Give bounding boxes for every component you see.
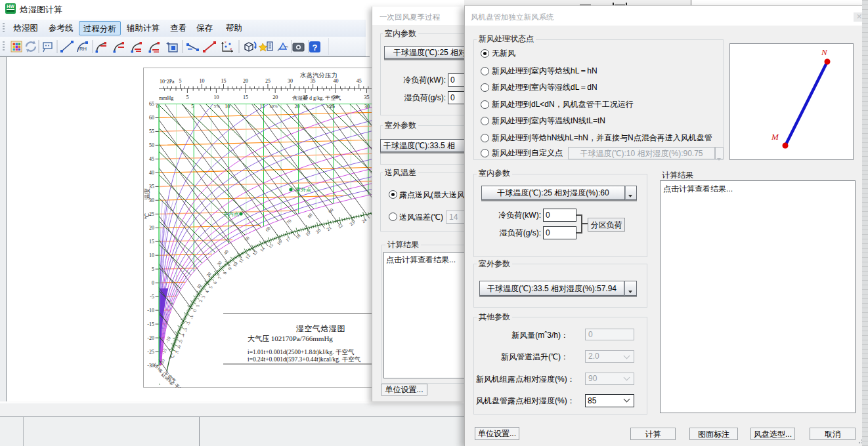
svg-text:40: 40 [149, 170, 154, 176]
svg-text:-1: -1 [189, 315, 194, 319]
svg-text:15: 15 [221, 78, 227, 84]
svg-text:10: 10 [213, 94, 219, 100]
svg-text:-2: -2 [186, 321, 191, 326]
svg-text:-3: -3 [183, 327, 188, 332]
svg-text:0: 0 [192, 309, 198, 312]
svg-text:含湿量 d g/kg. 干空气: 含湿量 d g/kg. 干空气 [292, 95, 341, 101]
svg-text:25: 25 [265, 78, 271, 84]
svg-text:15: 15 [149, 239, 154, 245]
svg-text:-20: -20 [147, 335, 154, 341]
svg-text:65: 65 [149, 101, 154, 107]
svg-text:10ˉ2Pa: 10ˉ2Pa [160, 79, 175, 85]
svg-text:?: ? [313, 43, 318, 52]
svg-text:5: 5 [179, 78, 182, 84]
svg-text:mmHg: mmHg [159, 95, 173, 101]
svg-text:-15: -15 [147, 321, 154, 327]
svg-text:-10: -10 [147, 308, 154, 314]
svg-text:20: 20 [272, 94, 278, 100]
svg-text:水蒸汽分压力: 水蒸汽分压力 [299, 71, 337, 79]
svg-text:30: 30 [288, 78, 293, 84]
svg-text:N: N [821, 47, 828, 57]
svg-text:15: 15 [243, 94, 248, 100]
svg-text:20: 20 [243, 78, 248, 84]
svg-text:℃: ℃ [144, 213, 150, 220]
svg-text:x: x [225, 40, 227, 44]
svg-text:-25: -25 [147, 349, 154, 355]
svg-text:5%: 5% [214, 104, 221, 109]
svg-text:35: 35 [364, 94, 370, 100]
svg-text:RH: RH [79, 46, 87, 52]
svg-text:湿空气焓湿图: 湿空气焓湿图 [295, 324, 345, 333]
svg-text:i=0.24t+0.001d(597.3+0.44t)kca: i=0.24t+0.001d(597.3+0.44t)kcal/kg. 干空气 [248, 355, 361, 363]
svg-text:温度: 温度 [144, 188, 150, 200]
svg-text:5: 5 [186, 94, 188, 100]
svg-text:室外点: 室外点 [295, 187, 311, 193]
svg-text:o: o [230, 47, 232, 51]
svg-text:20: 20 [149, 225, 154, 231]
svg-text:45: 45 [357, 78, 362, 84]
svg-text:0: 0 [152, 280, 154, 286]
svg-text:M: M [771, 132, 779, 142]
svg-text:5: 5 [152, 266, 154, 272]
svg-text:15%: 15% [326, 104, 335, 109]
svg-text:10: 10 [199, 78, 204, 84]
svg-text:大气压 102170Pa/766mmHg: 大气压 102170Pa/766mmHg [248, 334, 333, 342]
svg-text:55: 55 [149, 129, 154, 134]
svg-text:i=1.01t+0.001d(2500+1.84t)kJ/k: i=1.01t+0.001d(2500+1.84t)kJ/kg. 干空气 [248, 348, 355, 356]
svg-text:-5: -5 [150, 294, 154, 300]
svg-text:45: 45 [149, 156, 154, 162]
svg-text:10%: 10% [269, 104, 278, 109]
svg-text:室内点: 室内点 [223, 211, 239, 217]
svg-text:50: 50 [149, 142, 154, 148]
svg-text:10: 10 [149, 253, 154, 258]
svg-text:60: 60 [149, 115, 154, 121]
